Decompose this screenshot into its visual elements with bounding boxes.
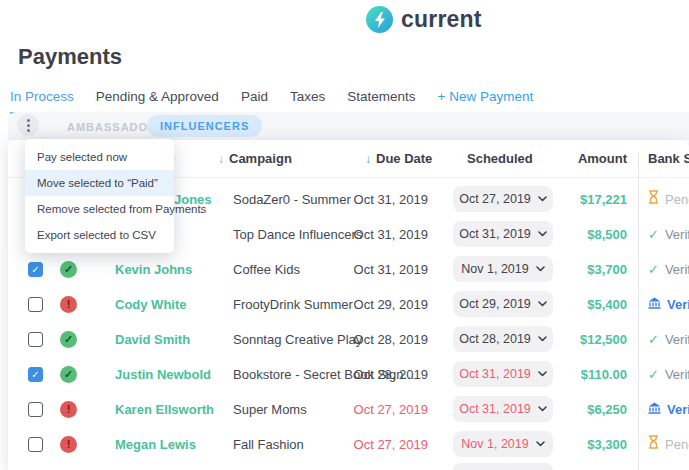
tab-paid[interactable]: Paid (241, 89, 268, 114)
influencer-name-link[interactable]: Justin Newbold (115, 357, 211, 392)
row-checkbox[interactable]: ✓ (28, 437, 43, 452)
status-icon: ✓ (60, 366, 77, 383)
status-icon: ! (60, 401, 77, 418)
status-icon: ! (60, 436, 77, 453)
bank-icon (648, 392, 661, 427)
tab-statements[interactable]: Statements (347, 89, 415, 114)
bank-status-label: Verified (665, 252, 689, 287)
table-row[interactable]: ✓ ! Karen Ellsworth Super Moms Oct 27, 2… (8, 392, 689, 427)
scheduled-date-label: Oct 29, 2019 (459, 297, 531, 311)
column-header-campaign[interactable]: ↓Campaign (218, 140, 292, 177)
bank-status-label: Pending (665, 427, 689, 462)
campaign-cell: Fall Fashion (233, 427, 304, 462)
column-header-campaign-label: Campaign (229, 151, 292, 166)
row-checkbox[interactable]: ✓ (28, 402, 43, 417)
campaign-cell: Coffee Kids (233, 252, 300, 287)
scheduled-date-label: Nov 1, 2019 (461, 437, 528, 451)
bank-status-label: Verified (665, 217, 689, 252)
tab-pending-approved[interactable]: Pending & Approved (96, 89, 219, 114)
bank-status-label: Verified (665, 322, 689, 357)
bank-status-cell: Verify (648, 392, 689, 427)
tab-in-process[interactable]: In Process (10, 89, 74, 114)
due-date-cell: Oct 28, 2019 (338, 357, 428, 392)
scheduled-date-label: Oct 31, 2019 (459, 227, 531, 241)
check-icon: ✓ (648, 252, 659, 287)
scheduled-date-label: Oct 31, 2019 (459, 367, 531, 381)
check-icon: ✓ (648, 322, 659, 357)
sort-down-icon: ↓ (218, 152, 224, 166)
influencer-name-link[interactable]: Megan Lewis (115, 427, 196, 462)
subtab-influencers[interactable]: INFLUENCERS (147, 115, 262, 137)
brand-name: current (401, 6, 482, 33)
hourglass-icon (648, 182, 659, 217)
influencer-name-link[interactable]: Cody White (115, 287, 187, 322)
new-payment-button[interactable]: + New Payment (438, 89, 534, 114)
due-date-cell: Oct 31, 2019 (338, 182, 428, 217)
check-icon: ✓ (648, 357, 659, 392)
table-row[interactable]: ✓ ! Cody White FrootyDrink Summer Oct 29… (8, 287, 689, 322)
column-header-bank-status[interactable]: Bank Status (648, 140, 689, 177)
verify-bank-link[interactable]: Verify (667, 392, 689, 427)
column-header-due-label: Due Date (376, 151, 432, 166)
due-date-cell: Oct 27, 2019 (338, 427, 428, 462)
amount-cell: $3,300 (523, 427, 627, 462)
bank-status-label: Verified (665, 357, 689, 392)
row-checkbox[interactable]: ✓ (28, 332, 43, 347)
verify-bank-link[interactable]: Verify (667, 287, 689, 322)
hourglass-icon (648, 427, 659, 462)
menu-item[interactable]: Pay selected now (25, 144, 174, 170)
due-date-cell: Oct 28, 2019 (338, 322, 428, 357)
payments-page: current Payments In ProcessPending & App… (0, 0, 689, 470)
row-checkbox[interactable]: ✓ (28, 367, 43, 382)
menu-item[interactable]: Export selected to CSV (25, 222, 174, 248)
column-header-amount[interactable]: Amount (523, 140, 627, 177)
row-checkbox[interactable]: ✓ (28, 262, 43, 277)
brand-logo: current (366, 6, 482, 33)
amount-cell: $3,700 (523, 252, 627, 287)
scheduled-date-label: Oct 27, 2019 (459, 192, 531, 206)
scheduled-date-label: Oct 31, 2019 (459, 402, 531, 416)
bank-status-cell: Pending (648, 427, 689, 462)
influencer-name-link[interactable]: David Smith (115, 322, 190, 357)
menu-item[interactable]: Remove selected from Payments (25, 196, 174, 222)
page-title: Payments (18, 44, 122, 70)
row-checkbox[interactable]: ✓ (28, 297, 43, 312)
status-icon: ✓ (60, 331, 77, 348)
bank-status-cell: Verify (648, 287, 689, 322)
amount-cell: $6,250 (523, 392, 627, 427)
due-date-cell: Oct 27, 2019 (338, 392, 428, 427)
campaign-cell: Super Moms (233, 392, 307, 427)
amount-cell: $12,500 (523, 322, 627, 357)
lightning-bolt-icon (366, 6, 393, 33)
scheduled-date-label: Nov 1, 2019 (461, 262, 528, 276)
table-row[interactable]: ✓ ! Megan Lewis Fall Fashion Oct 27, 201… (8, 427, 689, 462)
check-icon: ✓ (648, 217, 659, 252)
due-date-cell: Oct 31, 2019 (338, 252, 428, 287)
column-header-due-date[interactable]: ↓Due Date (365, 140, 432, 177)
campaign-cell: SodaZer0 - Summer (233, 182, 351, 217)
sort-down-icon-active: ↓ (365, 152, 371, 166)
menu-item[interactable]: Move selected to “Paid” (25, 170, 174, 196)
table-row[interactable]: ✓ ✓ Justin Newbold Bookstore - Secret Bo… (8, 357, 689, 392)
main-tabs: In ProcessPending & ApprovedPaidTaxesSta… (10, 89, 533, 114)
status-icon: ! (60, 296, 77, 313)
influencer-name-link[interactable]: Karen Ellsworth (115, 392, 214, 427)
bank-icon (648, 287, 661, 322)
tab-taxes[interactable]: Taxes (290, 89, 325, 114)
due-date-cell: Oct 29, 2019 (338, 287, 428, 322)
due-date-cell: Oct 31, 2019 (338, 217, 428, 252)
bank-status-cell: ✓ Verified (648, 322, 689, 357)
bank-status-cell: Pending (648, 182, 689, 217)
bank-status-cell: ✓ Verified (648, 217, 689, 252)
status-icon: ✓ (60, 261, 77, 278)
table-row[interactable]: ✓ ✓ David Smith Sonntag Creative Play Oc… (8, 322, 689, 357)
scheduled-date-label: Oct 28, 2019 (459, 332, 531, 346)
bulk-actions-menu: Pay selected nowMove selected to “Paid”R… (25, 139, 174, 253)
amount-cell: $110.00 (523, 357, 627, 392)
influencer-name-link[interactable]: Kevin Johns (115, 252, 192, 287)
campaign-cell: FrootyDrink Summer (233, 287, 353, 322)
table-row[interactable]: ✓ ✓ Kevin Johns Coffee Kids Oct 31, 2019… (8, 252, 689, 287)
bank-status-cell: ✓ Verified (648, 357, 689, 392)
kebab-menu-button[interactable] (17, 114, 39, 136)
amount-cell: $5,400 (523, 287, 627, 322)
